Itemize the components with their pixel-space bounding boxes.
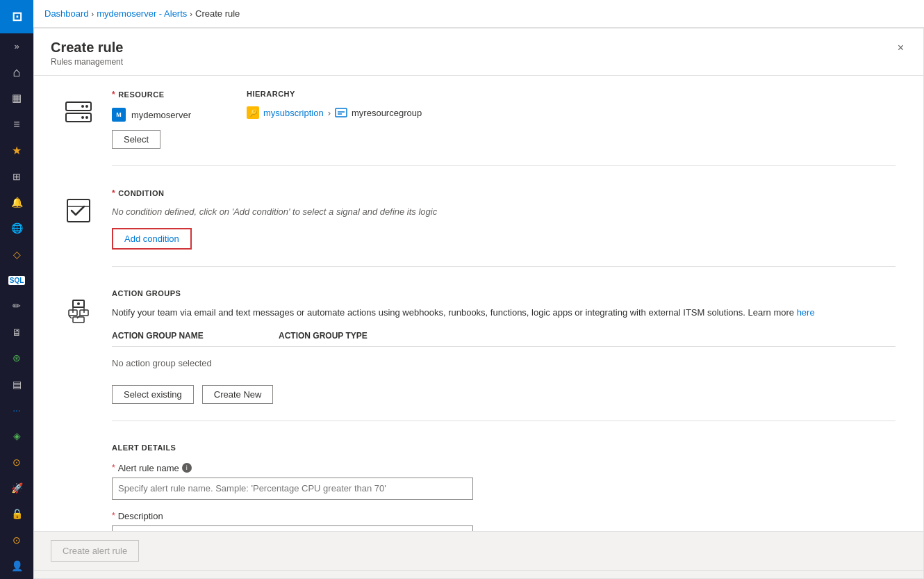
breadcrumb: Dashboard › mydemoserver - Alerts › Crea… [44, 8, 240, 19]
breadcrumb-dashboard[interactable]: Dashboard [44, 8, 89, 19]
alert-details-label: ALERT DETAILS [112, 443, 896, 452]
alert-name-input[interactable] [112, 478, 473, 500]
hierarchy-label: HIERARCHY [247, 90, 422, 98]
sidebar-item-smiley[interactable]: ⊙ [0, 527, 33, 553]
action-groups-section-body: ACTION GROUPS Notify your team via email… [112, 289, 896, 421]
sidebar-item-favorites[interactable]: ★ [0, 138, 33, 163]
panel-content: * RESOURCE M mydemoserver HIERARCHY [34, 76, 923, 531]
sidebar-item-globe[interactable]: 🌐 [0, 215, 33, 241]
sidebar-item-lock[interactable]: 🔒 [0, 501, 33, 527]
azure-logo: ⊡ [12, 9, 22, 24]
main-area: Dashboard › mydemoserver - Alerts › Crea… [33, 0, 924, 579]
breadcrumb-current: Create rule [195, 8, 240, 19]
page-title: Create rule [51, 40, 124, 56]
resource-section: * RESOURCE M mydemoserver HIERARCHY [62, 90, 896, 166]
create-new-button[interactable]: Create New [202, 385, 274, 404]
sidebar-expand-button[interactable]: » [0, 33, 33, 59]
alert-description-label: * Description [112, 511, 896, 521]
subscription-icon: 🔑 [247, 106, 259, 119]
svg-point-10 [77, 302, 80, 305]
subscription-name: mysubscription [263, 108, 324, 118]
action-groups-label: ACTION GROUPS [112, 289, 896, 297]
breadcrumb-alerts[interactable]: mydemoserver - Alerts [97, 8, 187, 19]
add-condition-button[interactable]: Add condition [112, 228, 192, 250]
condition-section: * CONDITION No condition defined, click … [62, 188, 896, 267]
panel: Create rule Rules management × [33, 28, 924, 579]
condition-hint: No condition defined, click on 'Add cond… [112, 206, 896, 217]
sidebar-item-rocket[interactable]: 🚀 [0, 475, 33, 500]
sidebar-logo[interactable]: ⊡ [0, 0, 33, 33]
svg-point-3 [85, 116, 88, 119]
sidebar-item-list[interactable]: ▤ [0, 371, 33, 397]
action-group-type-header: ACTION GROUP TYPE [279, 331, 418, 341]
mysql-icon: M [112, 108, 126, 122]
alert-details-body: ALERT DETAILS * Alert rule name i * [112, 443, 896, 532]
alert-description-input[interactable] [112, 525, 473, 532]
topbar: Dashboard › mydemoserver - Alerts › Crea… [33, 0, 924, 28]
resource-group-icon [335, 106, 347, 119]
hierarchy-row: 🔑 mysubscription › myresourcegroup [247, 106, 422, 119]
alert-description-group: * Description [112, 511, 896, 532]
create-alert-rule-button[interactable]: Create alert rule [51, 540, 139, 562]
resource-name: mydemoserver [131, 110, 191, 120]
resource-icon [62, 95, 95, 129]
alert-details-section: ALERT DETAILS * Alert rule name i * [62, 443, 896, 532]
learn-more-link[interactable]: here [797, 307, 815, 318]
horizontal-scrollbar[interactable] [34, 570, 923, 578]
action-table-header: ACTION GROUP NAME ACTION GROUP TYPE [112, 331, 896, 347]
panel-footer: Create alert rule [34, 531, 923, 570]
action-group-empty: No action group selected [112, 352, 896, 374]
svg-point-2 [85, 105, 88, 108]
sidebar-item-menu[interactable]: ≡ [0, 111, 33, 137]
svg-rect-6 [336, 108, 347, 117]
select-resource-button[interactable]: Select [112, 130, 160, 149]
sidebar-item-apps[interactable]: ⊞ [0, 163, 33, 189]
sidebar-item-notifications[interactable]: 🔔 [0, 189, 33, 215]
svg-rect-18 [73, 317, 84, 323]
action-group-name-header: ACTION GROUP NAME [112, 331, 251, 341]
resource-section-body: * RESOURCE M mydemoserver HIERARCHY [112, 90, 896, 166]
svg-point-4 [81, 105, 84, 108]
condition-label: * CONDITION [112, 188, 896, 198]
svg-point-5 [81, 116, 84, 119]
alert-name-label: * Alert rule name i [112, 463, 896, 473]
page-subtitle: Rules management [51, 57, 124, 67]
alert-name-group: * Alert rule name i [112, 463, 896, 500]
resource-label: * RESOURCE [112, 90, 191, 99]
condition-section-body: * CONDITION No condition defined, click … [112, 188, 896, 267]
close-button[interactable]: × [895, 40, 907, 56]
condition-icon [62, 194, 95, 227]
sidebar-item-home[interactable]: ⌂ [0, 59, 33, 85]
sidebar-item-pen[interactable]: ✏ [0, 293, 33, 319]
sidebar: ⊡ » ⌂ ▦ ≡ ★ ⊞ 🔔 🌐 ◇ SQL ✏ 🖥 ⊛ ▤ ··· ◈ [0, 0, 33, 579]
action-groups-icon [62, 295, 95, 328]
sidebar-item-monitor[interactable]: 🖥 [0, 319, 33, 345]
panel-header: Create rule Rules management × [34, 28, 923, 76]
sidebar-item-diamond[interactable]: ◇ [0, 241, 33, 267]
action-groups-section: ACTION GROUPS Notify your team via email… [62, 289, 896, 421]
sidebar-item-sql[interactable]: SQL [0, 267, 33, 293]
sidebar-item-circle-i[interactable]: ⊙ [0, 449, 33, 475]
sidebar-item-dashboard[interactable]: ▦ [0, 85, 33, 111]
resource-item: M mydemoserver [112, 108, 191, 122]
resource-group-name: myresourcegroup [352, 108, 422, 118]
sidebar-item-user[interactable]: 👤 [0, 553, 33, 579]
sidebar-item-puzzle[interactable]: ⊛ [0, 345, 33, 371]
alert-name-info-icon: i [182, 463, 192, 473]
select-existing-button[interactable]: Select existing [112, 385, 194, 404]
sidebar-item-shield[interactable]: ◈ [0, 423, 33, 449]
sidebar-item-dots[interactable]: ··· [0, 397, 33, 423]
action-buttons-row: Select existing Create New [112, 385, 896, 404]
action-description: Notify your team via email and text mess… [112, 306, 896, 320]
